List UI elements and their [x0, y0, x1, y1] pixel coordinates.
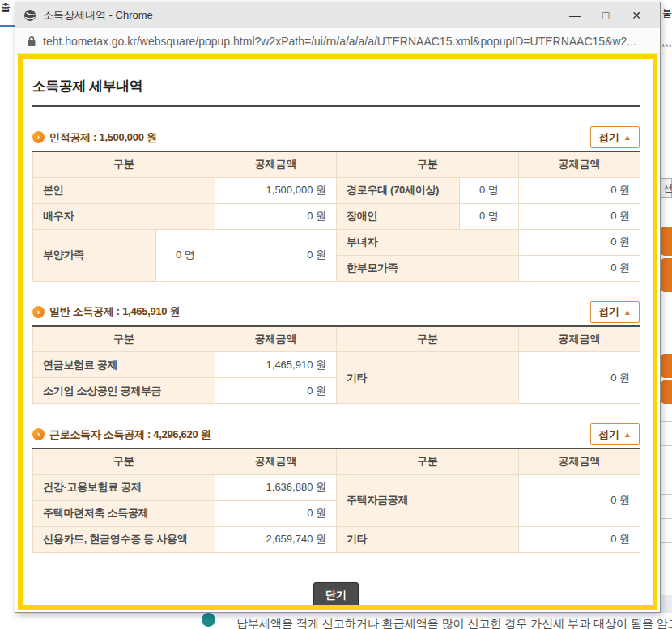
- table-header-row: 구분 공제금액 구분 공제금액: [33, 151, 640, 177]
- background-table-line: [661, 542, 672, 543]
- section-title: 인적공제 : 1,500,000 원: [49, 130, 157, 145]
- background-page-left: 출: [0, 0, 15, 629]
- close-window-button[interactable]: ✕: [621, 3, 652, 28]
- row-value: 0 원: [519, 352, 640, 404]
- collapse-label: 접기: [598, 304, 619, 319]
- row-label: 장애인: [337, 203, 460, 229]
- row-label: 배우자: [33, 203, 215, 229]
- background-bottom-divider: [177, 614, 177, 629]
- section-header-personal-deduction: › 인적공제 : 1,500,000 원 접기 ▲: [32, 126, 640, 148]
- page-title: 소득공제 세부내역: [32, 77, 643, 96]
- row-value: 0 원: [519, 203, 640, 229]
- section-header-worker-deduction: › 근로소득자 소득공제 : 4,296,620 원 접기 ▲: [32, 423, 640, 445]
- background-notice-text: 납부세액을 적게 신고하거나 환급세액을 많이 신고한 경우 가산세 부과 대상…: [236, 617, 672, 629]
- background-table-line: [661, 445, 672, 446]
- background-right-text: 불: [662, 6, 672, 20]
- row-label: 신용카드, 현금영수증 등 사용액: [33, 526, 215, 552]
- table-row: 배우자 0 원 장애인 0 명 0 원: [33, 203, 640, 229]
- table-header-row: 구분 공제금액 구분 공제금액: [33, 326, 640, 352]
- row-label: 부녀자: [337, 229, 519, 255]
- row-value: 0 원: [519, 177, 640, 203]
- column-header: 공제금액: [215, 151, 337, 177]
- partial-orange-button[interactable]: [661, 380, 672, 404]
- section-bullet-icon: ›: [32, 306, 45, 318]
- background-left-text: 출: [1, 1, 11, 15]
- row-value: 1,500,000 원: [215, 177, 337, 203]
- collapse-button[interactable]: 접기 ▲: [590, 126, 640, 148]
- partial-orange-button[interactable]: [661, 258, 672, 292]
- url-text: teht.hometax.go.kr/websquare/popup.html?…: [43, 35, 636, 48]
- row-value: 0 원: [519, 474, 640, 526]
- row-value: 0 원: [215, 203, 337, 229]
- table-row: 본인 1,500,000 원 경로우대 (70세이상) 0 명 0 원: [33, 177, 640, 203]
- row-value: 1,636,880 원: [215, 474, 337, 500]
- general-deduction-table: 구분 공제금액 구분 공제금액 연금보험료 공제 1,465,910 원 기타 …: [32, 325, 640, 405]
- column-header: 공제금액: [519, 448, 640, 474]
- column-header: 구분: [337, 151, 519, 177]
- collapse-label: 접기: [598, 130, 619, 145]
- chevron-up-icon: ▲: [623, 308, 632, 317]
- row-label: 본인: [33, 177, 215, 203]
- chevron-up-icon: ▲: [623, 430, 632, 439]
- check-circle-icon: [202, 613, 215, 627]
- row-value: 1,465,910 원: [215, 352, 337, 378]
- row-count: 0 명: [156, 229, 215, 281]
- table-row: 신용카드, 현금영수증 등 사용액 2,659,740 원 기타 0 원: [33, 526, 640, 552]
- row-label: 기타: [337, 526, 519, 552]
- row-count: 0 명: [460, 203, 519, 229]
- row-value: 0 원: [519, 526, 640, 552]
- column-header: 구분: [33, 326, 215, 352]
- chevron-up-icon: ▲: [623, 133, 632, 142]
- column-header: 구분: [337, 326, 519, 352]
- personal-deduction-table: 구분 공제금액 구분 공제금액 본인 1,500,000 원 경로우대 (70세…: [32, 151, 640, 282]
- background-left-divider: [0, 25, 15, 27]
- row-value: 2,659,740 원: [215, 526, 337, 552]
- background-table-line: [661, 518, 672, 519]
- section-title: 근로소득자 소득공제 : 4,296,620 원: [49, 427, 211, 442]
- chrome-popup-window: 소득상세내역 - Chrome — □ ✕ teht.hometax.go.kr…: [15, 2, 661, 613]
- column-header: 공제금액: [215, 326, 337, 352]
- row-label: 한부모가족: [337, 255, 519, 281]
- column-header: 공제금액: [519, 326, 640, 352]
- table-row: 부양가족 0 명 0 원 부녀자 0 원: [33, 229, 640, 255]
- collapse-button[interactable]: 접기 ▲: [590, 301, 640, 323]
- url-bar[interactable]: teht.hometax.go.kr/websquare/popup.html?…: [15, 29, 660, 54]
- row-label: 주택자금공제: [337, 474, 519, 526]
- table-row: 연금보험료 공제 1,465,910 원 기타 0 원: [33, 352, 640, 378]
- column-header: 구분: [337, 448, 519, 474]
- row-label: 연금보험료 공제: [33, 352, 215, 378]
- popup-body: 소득공제 세부내역 › 인적공제 : 1,500,000 원 접기 ▲ 구분: [18, 54, 657, 610]
- background-table-line: [661, 421, 672, 422]
- section-title: 일반 소득공제 : 1,465,910 원: [49, 304, 180, 319]
- row-value: 0 원: [519, 229, 640, 255]
- background-page-bottom: 납부세액을 적게 신고하거나 환급세액을 많이 신고한 경우 가산세 부과 대상…: [0, 613, 672, 629]
- collapse-label: 접기: [598, 427, 619, 442]
- close-popup-button[interactable]: 닫기: [313, 582, 359, 608]
- row-label: 기타: [337, 352, 519, 404]
- section-bullet-icon: ›: [32, 428, 45, 440]
- table-row: 건강·고용보험료 공제 1,636,880 원 주택자금공제 0 원: [33, 474, 640, 500]
- partial-select-button[interactable]: 선: [661, 178, 672, 198]
- column-header: 구분: [33, 151, 215, 177]
- row-label: 경로우대 (70세이상): [337, 177, 460, 203]
- section-header-general-deduction: › 일반 소득공제 : 1,465,910 원 접기 ▲: [32, 301, 640, 323]
- background-page-right: 불 *** 선: [661, 0, 672, 629]
- minimize-button[interactable]: —: [559, 3, 590, 28]
- background-table-line: [661, 470, 672, 470]
- maximize-button[interactable]: □: [590, 3, 621, 28]
- column-header: 공제금액: [215, 448, 337, 474]
- row-label: 소기업 소상공인 공제부금: [33, 378, 215, 404]
- title-divider: [32, 105, 640, 107]
- section-bullet-icon: ›: [32, 131, 45, 143]
- row-value: 0 원: [215, 378, 337, 404]
- window-titlebar[interactable]: 소득상세내역 - Chrome — □ ✕: [15, 2, 660, 28]
- partial-orange-button[interactable]: [661, 227, 672, 256]
- row-label: 주택마련저축 소득공제: [33, 500, 215, 526]
- column-header: 공제금액: [519, 151, 640, 177]
- window-title: 소득상세내역 - Chrome: [43, 8, 153, 23]
- partial-orange-button[interactable]: [661, 354, 672, 378]
- masked-value-text: ***: [661, 42, 672, 52]
- collapse-button[interactable]: 접기 ▲: [590, 423, 640, 445]
- row-label: 건강·고용보험료 공제: [33, 474, 215, 500]
- globe-icon: [23, 9, 36, 22]
